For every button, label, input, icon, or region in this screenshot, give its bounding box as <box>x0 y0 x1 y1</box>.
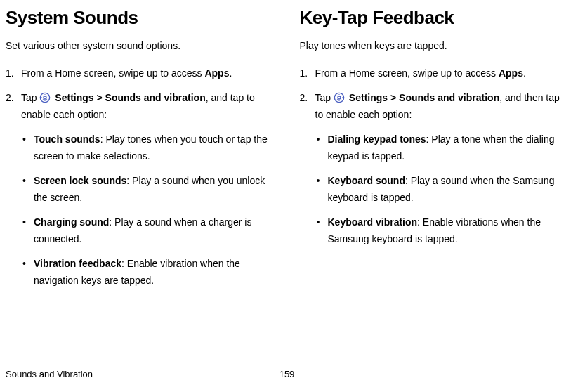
right-column: Key-Tap Feedback Play tones when keys ar… <box>300 7 569 296</box>
option-title: Screen lock sounds <box>34 175 126 186</box>
option-title: Touch sounds <box>34 133 100 145</box>
left-column: System Sounds Set various other system s… <box>6 7 275 296</box>
list-item: Keyboard sound: Play a sound when the Sa… <box>315 172 569 207</box>
step-1-text: From a Home screen, swipe up to access <box>315 67 499 79</box>
key-tap-heading: Key-Tap Feedback <box>300 7 569 29</box>
sounds-vibration-label: Sounds and vibration <box>105 92 206 103</box>
list-item: Touch sounds: Play tones when you touch … <box>21 131 275 165</box>
footer-page-number: 159 <box>280 369 295 379</box>
gt-separator: > <box>94 92 105 103</box>
step-2-prefix: Tap <box>315 92 334 103</box>
settings-icon <box>39 91 51 103</box>
settings-label: Settings <box>349 92 388 103</box>
apps-label: Apps <box>499 67 523 79</box>
step-2: Tap Settings > Sounds and vibration, and… <box>300 89 569 248</box>
svg-point-1 <box>44 96 46 99</box>
step-2-prefix: Tap <box>21 92 39 103</box>
settings-label: Settings <box>55 92 93 103</box>
step-1: From a Home screen, swipe up to access A… <box>6 65 275 82</box>
list-item: Charging sound: Play a sound when a char… <box>21 214 275 248</box>
step-1-suffix: . <box>229 67 232 79</box>
system-sounds-heading: System Sounds <box>6 7 275 29</box>
step-1-suffix: . <box>523 67 526 79</box>
key-tap-intro: Play tones when keys are tapped. <box>300 39 569 53</box>
step-2: Tap Settings > Sounds and vibration, and… <box>6 89 275 289</box>
settings-icon <box>334 91 345 103</box>
option-title: Keyboard vibration <box>328 216 418 228</box>
step-1: From a Home screen, swipe up to access A… <box>300 65 569 82</box>
svg-point-3 <box>338 96 341 99</box>
gt-separator: > <box>388 92 399 103</box>
list-item: Keyboard vibration: Enable vibrations wh… <box>315 214 569 248</box>
apps-label: Apps <box>204 67 229 79</box>
key-tap-options: Dialing keypad tones: Play a tone when t… <box>315 131 569 248</box>
option-title: Vibration feedback <box>34 258 121 269</box>
option-title: Keyboard sound <box>328 175 405 186</box>
option-title: Charging sound <box>34 216 109 228</box>
sounds-vibration-label: Sounds and vibration <box>399 92 499 103</box>
list-item: Screen lock sounds: Play a sound when yo… <box>21 172 275 207</box>
system-sounds-steps: From a Home screen, swipe up to access A… <box>6 65 275 289</box>
system-sounds-options: Touch sounds: Play tones when you touch … <box>21 131 275 289</box>
step-1-text: From a Home screen, swipe up to access <box>21 67 204 79</box>
option-title: Dialing keypad tones <box>328 133 426 145</box>
key-tap-steps: From a Home screen, swipe up to access A… <box>300 65 569 248</box>
list-item: Dialing keypad tones: Play a tone when t… <box>315 131 569 165</box>
system-sounds-intro: Set various other system sound options. <box>6 39 275 53</box>
list-item: Vibration feedback: Enable vibration whe… <box>21 255 275 289</box>
page-footer: Sounds and Vibration 159 <box>6 369 568 379</box>
